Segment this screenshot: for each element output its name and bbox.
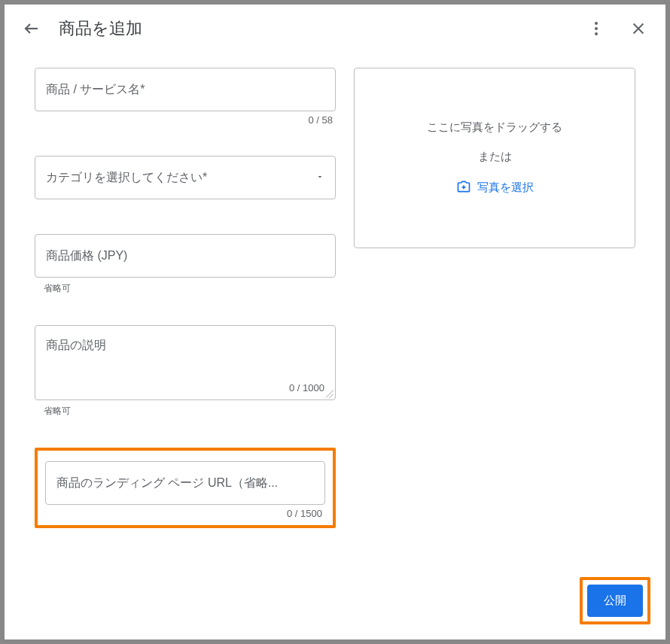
select-photo-button[interactable]: 写真を選択 — [456, 179, 534, 196]
price-input[interactable]: 商品価格 (JPY) — [35, 234, 336, 278]
placeholder-text: 商品のランディング ページ URL（省略... — [56, 475, 278, 491]
svg-point-1 — [595, 22, 598, 25]
placeholder-text: 商品の説明 — [46, 338, 324, 354]
photo-column: ここに写真をドラッグする または 写真を選択 — [354, 68, 635, 248]
char-counter: 0 / 58 — [35, 114, 336, 126]
description-textarea[interactable]: 商品の説明 0 / 1000 — [35, 325, 336, 400]
helper-text: 省略可 — [35, 405, 336, 418]
landing-url-input[interactable]: 商品のランディング ページ URL（省略... — [45, 461, 325, 505]
drag-text: ここに写真をドラッグする — [427, 120, 562, 135]
camera-add-icon — [456, 179, 471, 196]
form-column: 商品 / サービス名* 0 / 58 カテゴリを選択してください* 商品価格 (… — [35, 68, 336, 528]
resize-handle-icon[interactable] — [323, 387, 333, 398]
category-group: カテゴリを選択してください* — [35, 156, 336, 199]
placeholder-text: カテゴリを選択してください* — [46, 170, 207, 186]
or-text: または — [478, 150, 512, 164]
svg-point-2 — [595, 27, 598, 30]
photo-drop-zone[interactable]: ここに写真をドラッグする または 写真を選択 — [354, 68, 635, 248]
more-vert-icon[interactable] — [581, 14, 611, 44]
url-highlight: 商品のランディング ページ URL（省略... 0 / 1500 — [35, 448, 336, 528]
chevron-down-icon — [315, 171, 324, 184]
char-counter: 0 / 1000 — [46, 382, 324, 393]
helper-text: 省略可 — [35, 282, 336, 295]
publish-highlight: 公開 — [580, 577, 650, 624]
product-name-group: 商品 / サービス名* 0 / 58 — [35, 68, 336, 126]
product-name-input[interactable]: 商品 / サービス名* — [35, 68, 336, 111]
placeholder-text: 商品価格 (JPY) — [46, 248, 127, 264]
char-counter: 0 / 1500 — [45, 508, 325, 519]
description-group: 商品の説明 0 / 1000 省略可 — [35, 325, 336, 418]
add-product-dialog: 商品を追加 商品 / サービス名* 0 / 58 カテゴリを選択してください* — [5, 5, 665, 639]
price-group: 商品価格 (JPY) 省略可 — [35, 234, 336, 295]
svg-point-3 — [595, 32, 598, 35]
category-select[interactable]: カテゴリを選択してください* — [35, 156, 336, 199]
publish-button[interactable]: 公開 — [587, 585, 643, 617]
dialog-footer: 公開 — [5, 570, 665, 639]
dialog-content: 商品 / サービス名* 0 / 58 カテゴリを選択してください* 商品価格 (… — [5, 53, 665, 570]
select-photo-label: 写真を選択 — [477, 181, 534, 195]
dialog-title: 商品を追加 — [59, 17, 569, 40]
dialog-header: 商品を追加 — [5, 5, 665, 53]
close-icon[interactable] — [623, 14, 653, 44]
back-icon[interactable] — [17, 14, 47, 44]
placeholder-text: 商品 / サービス名* — [46, 82, 145, 98]
